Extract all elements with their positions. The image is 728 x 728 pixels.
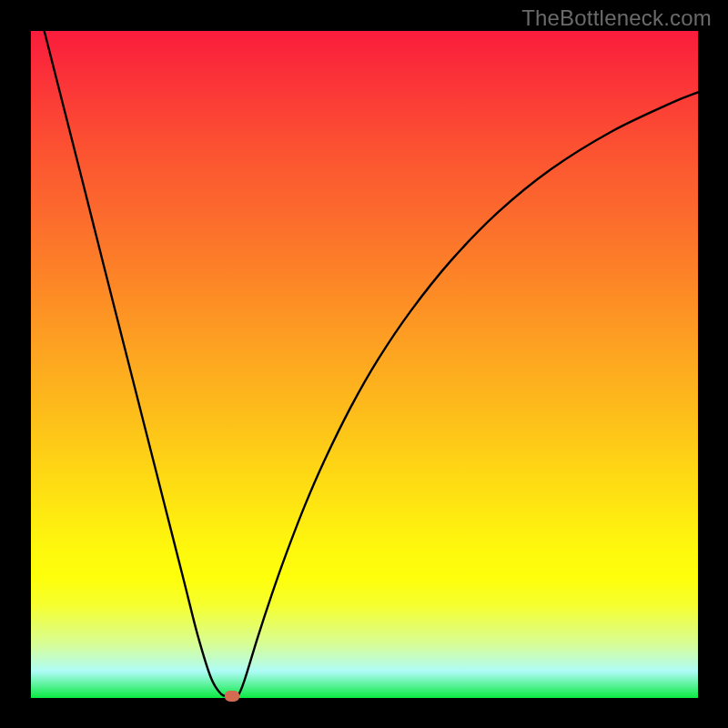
plot-area — [31, 31, 698, 698]
curve-svg — [31, 31, 698, 698]
bottleneck-curve-path — [45, 31, 698, 697]
watermark-text: TheBottleneck.com — [521, 5, 712, 31]
chart-stage: TheBottleneck.com — [0, 0, 728, 728]
minimum-marker — [225, 691, 239, 702]
